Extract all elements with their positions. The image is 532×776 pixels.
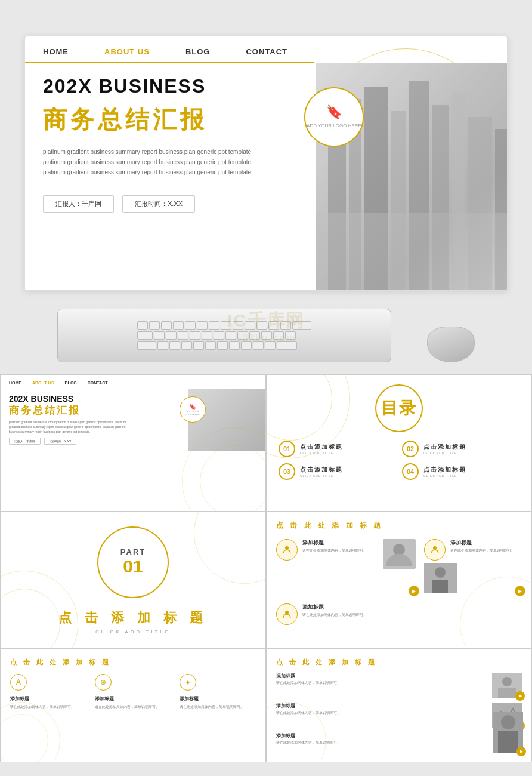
- right-item-title-3: 添加标题: [276, 732, 522, 739]
- person-icon-1: [283, 546, 291, 554]
- mulu-en-2: CLICK ADD TITLE: [423, 451, 466, 455]
- svg-point-17: [285, 611, 289, 614]
- keyboard-key: [214, 331, 224, 340]
- btn-reporter[interactable]: 汇报人：千库网: [43, 195, 114, 213]
- part-title-cn: 点 击 添 加 标 题: [58, 609, 208, 627]
- svg-point-23: [501, 715, 515, 729]
- keyboard-key: [190, 331, 200, 340]
- bottom-icon-a: A: [10, 674, 27, 691]
- part-title-en: CLICK ADD TITLE: [95, 629, 171, 635]
- keyboard-key: [261, 331, 272, 340]
- nav-contact[interactable]: CONTACT: [246, 47, 287, 56]
- mulu-grid: 01 点击添加标题 CLICK ADD TITLE 02 点击添加标题 CLIC…: [279, 441, 519, 480]
- business-person-icon: [424, 563, 457, 593]
- bottom-item-desc-b: 请在此处添加具体内容，简单说明即可。: [95, 704, 159, 710]
- keyboard-key: [173, 321, 184, 330]
- hero-buttons: 汇报人：千库网 汇报时间：X.XX: [43, 195, 489, 213]
- btn-time[interactable]: 汇报时间：X.XX: [122, 195, 195, 213]
- slide-content: 点 击 此 处 添 加 标 题 添加标题 请在此处添加网体内容，简单说明即可。: [266, 512, 532, 649]
- right-man-photo-wrap: ▶: [493, 712, 523, 753]
- svg-rect-20: [498, 688, 516, 698]
- content-photo-wrap-1: ▶: [383, 539, 416, 593]
- keyboard-key: [221, 321, 231, 330]
- logo-bookmark-icon: 🔖: [326, 104, 342, 120]
- handshake-icon: [383, 539, 416, 569]
- right-row-2: 添加标题 请在此处添加网体内容，简单说明即可。 ▶: [276, 703, 522, 728]
- keyboard-key: [253, 341, 264, 350]
- bottom-slide-right-title: 点 击 此 处 添 加 标 题: [276, 658, 522, 667]
- nav-about[interactable]: ABOUT US: [104, 47, 150, 56]
- right-row-1: 添加标题 请在此处添加网体内容，简单说明即可。 ▶: [276, 673, 522, 698]
- logo-circle[interactable]: 🔖 ADD YOUR LOGO HERE: [304, 87, 364, 147]
- bottom-slide-right: 点 击 此 处 添 加 标 题 添加标题 请在此处添加网体内容，简单说明即可。 …: [266, 649, 532, 762]
- right-item-desc-1: 请在此处添加网体内容，简单说明即可。: [276, 680, 487, 686]
- mini-logo-circle: 🔖 ADD YOURLOGO HERE: [180, 396, 206, 423]
- keyboard-key: [277, 341, 297, 350]
- content-item-desc-3: 请在此处添加网体内容，简单说明即可。: [302, 612, 367, 618]
- content-item-left: 添加标题 请在此处添加网体内容，简单说明即可。: [276, 539, 375, 593]
- bottom-item-desc-c: 请在此处添加具体内容，简单说明即可。: [180, 704, 244, 710]
- bottom-item-title-b: 添加标题: [95, 695, 114, 702]
- mulu-text-1: 点击添加标题 CLICK ADD TITLE: [300, 443, 343, 455]
- svg-rect-24: [498, 731, 518, 753]
- mulu-en-3: CLICK ADD TITLE: [300, 474, 343, 478]
- hero-title-cn: 商务总结汇报: [43, 103, 489, 136]
- bottom-item-a: A 添加标题 请在此处添加具体内容，简单说明即可。: [10, 674, 86, 710]
- part-arc-2: [0, 589, 60, 649]
- person-icon-2: [431, 546, 439, 554]
- right-text-2: 添加标题 请在此处添加网体内容，简单说明即可。: [276, 703, 487, 716]
- keyboard-key: [137, 331, 153, 340]
- keyboard-key: [249, 331, 260, 340]
- mini-nav-home: HOME: [9, 381, 21, 385]
- keyboard-key: [137, 321, 148, 330]
- mulu-num-03: 03: [279, 463, 295, 480]
- content-icon-1: [276, 539, 298, 561]
- bottom-item-title-c: 添加标题: [180, 695, 199, 702]
- keyboard-key: [245, 321, 255, 330]
- bottom-arc-1: [0, 702, 60, 762]
- bottom-icon-b: ⊕: [95, 674, 112, 691]
- part-num: 01: [120, 556, 146, 577]
- keyboard-key: [209, 321, 219, 330]
- content-photo-wrap-2: ▶: [424, 563, 522, 593]
- nav-bar: HOME ABOUT US BLOG CONTACT: [25, 36, 314, 63]
- keyboard-key: [280, 321, 291, 330]
- keyboard-image: [57, 309, 391, 362]
- content-icon-3: [276, 603, 298, 625]
- mulu-num-01: 01: [279, 441, 295, 457]
- main-slide: HOME ABOUT US BLOG CONTACT 202X BUSINESS…: [24, 36, 508, 291]
- keyboard-key: [169, 341, 180, 350]
- content-photo-badge-1: ▶: [409, 586, 419, 596]
- keyboard-key: [285, 331, 296, 340]
- bottom-items-row-left: A 添加标题 请在此处添加具体内容，简单说明即可。 ⊕ 添加标题 请在此处添加具…: [10, 674, 256, 710]
- mulu-text-3: 点击添加标题 CLICK ADD TITLE: [300, 466, 343, 478]
- bottom-item-c: ♦ 添加标题 请在此处添加具体内容，简单说明即可。: [180, 674, 256, 710]
- part-outer-circle: PART 01: [97, 526, 169, 598]
- keyboard-key: [202, 331, 212, 340]
- mini-nav-about: ABOUT US: [32, 381, 54, 385]
- content-item-right: 添加标题 请在此处添加网体内容，简单说明即可。 ▶: [424, 539, 522, 593]
- content-photo-2: [424, 563, 457, 593]
- right-item-desc-3: 请在此处添加网体内容，简单说明即可。: [276, 740, 522, 746]
- content-photo-badge-2: ▶: [515, 586, 525, 596]
- bottom-item-b: ⊕ 添加标题 请在此处添加具体内容，简单说明即可。: [95, 674, 171, 710]
- mini-nav-blog: BLOG: [65, 381, 77, 385]
- nav-blog[interactable]: BLOG: [185, 47, 211, 56]
- content-item-desc-2: 请在此处添加网体内容，简单说明即可。: [450, 548, 515, 554]
- mini-desc: platinum gradient business summary repor…: [9, 420, 128, 434]
- slide-mulu: 目录 01 点击添加标题 CLICK ADD TITLE 02 点击添加标题 C…: [266, 374, 532, 512]
- bottom-icon-c: ♦: [180, 674, 196, 691]
- nav-home[interactable]: HOME: [43, 47, 69, 56]
- mulu-item-3: 03 点击添加标题 CLICK ADD TITLE: [279, 463, 396, 480]
- mulu-title-wrap: 目录: [279, 384, 519, 432]
- mini-logo-icon: 🔖: [189, 404, 196, 410]
- svg-rect-16: [432, 580, 448, 593]
- right-item-title-2: 添加标题: [276, 703, 487, 709]
- content-slide-title: 点 击 此 处 添 加 标 题: [276, 521, 522, 531]
- keyboard-key: [205, 341, 216, 350]
- bottom-grid: 点 击 此 处 添 加 标 题 A 添加标题 请在此处添加具体内容，简单说明即可…: [0, 649, 532, 762]
- content-photo-1: [383, 539, 416, 569]
- right-items: 添加标题 请在此处添加网体内容，简单说明即可。 ▶ 添加标题 请在此处添加网体内…: [276, 673, 522, 746]
- mulu-cn-3: 点击添加标题: [300, 466, 343, 474]
- right-item-desc-2: 请在此处添加网体内容，简单说明即可。: [276, 710, 487, 716]
